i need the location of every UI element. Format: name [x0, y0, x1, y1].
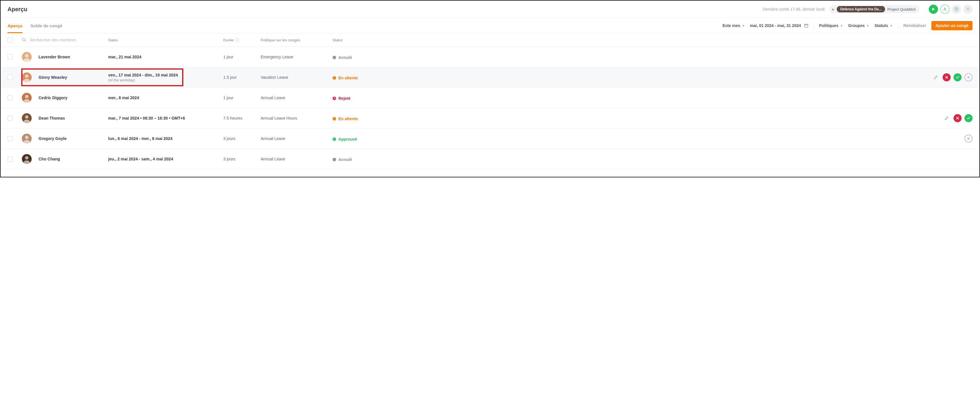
toolbar: Aperçu Solde de congé Este mes ▼ mai, 01…: [1, 18, 979, 33]
status-dot-icon: –: [332, 158, 336, 161]
avatar: [22, 154, 32, 164]
col-status: Statut: [332, 38, 390, 42]
svg-point-9: [25, 75, 29, 78]
member-name: Dean Thomas: [38, 116, 65, 121]
date-main: mar., 21 mai 2024: [108, 55, 223, 59]
status-badge: ! En attente: [332, 116, 358, 121]
status-dot-icon: !: [332, 117, 336, 121]
separator: [898, 22, 898, 29]
member-name: Cedric Diggory: [38, 95, 67, 100]
statuses-dropdown[interactable]: Statuts▼: [874, 23, 892, 28]
add-leave-button[interactable]: Ajouter un congé: [931, 21, 972, 30]
avatar: [22, 113, 32, 123]
svg-point-2: [956, 10, 957, 10]
tab-leave-balance[interactable]: Solde de congé: [30, 18, 62, 33]
period-label: Este mes: [722, 23, 740, 28]
date-sub: (of the workday): [108, 78, 223, 82]
member-name: Ginny Weasley: [38, 75, 67, 79]
approve-button[interactable]: [953, 73, 962, 81]
project-pill[interactable]: ▶ Defence Against the Da... Project Quid…: [829, 5, 920, 13]
duration: 1.5 jour: [223, 75, 237, 79]
edit-button[interactable]: [932, 73, 940, 81]
start-timer-button[interactable]: [929, 5, 938, 14]
svg-point-15: [25, 115, 29, 119]
cancel-button[interactable]: [964, 73, 972, 81]
status-badge: – Annulé: [332, 55, 352, 60]
status-label: Annulé: [338, 157, 352, 162]
policy: Annual Leave: [261, 95, 285, 100]
calendar-icon: [804, 23, 808, 28]
col-duration: Durée: [223, 38, 233, 42]
date-main: jeu., 2 mai 2024 - sam., 4 mai 2024: [108, 157, 223, 161]
separator: [814, 22, 814, 29]
table-row[interactable]: Dean Thomas mar., 7 mai 2024 • 08:30 – 1…: [1, 108, 979, 128]
table-row[interactable]: Cho Chang jeu., 2 mai 2024 - sam., 4 mai…: [1, 149, 979, 169]
period-dropdown[interactable]: Este mes ▼: [722, 23, 745, 28]
search-input[interactable]: Rechercher des membres: [30, 38, 76, 42]
policies-dropdown[interactable]: Politiques▼: [819, 23, 843, 28]
table-row[interactable]: Lavender Brown mar., 21 mai 2024 1 jour …: [1, 47, 979, 67]
row-checkbox[interactable]: [8, 54, 13, 60]
row-checkbox[interactable]: [8, 116, 13, 121]
table-body: Lavender Brown mar., 21 mai 2024 1 jour …: [1, 47, 979, 169]
svg-point-4: [22, 38, 25, 41]
policy: Vacation Leave: [261, 75, 288, 79]
row-checkbox[interactable]: [8, 75, 13, 80]
groups-dropdown[interactable]: Groupes▼: [848, 23, 869, 28]
approve-button[interactable]: [964, 114, 972, 122]
tab-overview[interactable]: Aperçu: [8, 18, 22, 33]
avatar: [22, 134, 32, 143]
caret-down-icon: ▼: [840, 24, 843, 27]
search-icon[interactable]: [22, 38, 27, 42]
policy: Annual Leave Hours: [261, 116, 297, 121]
table-header: Rechercher des membres Dates Durée i Pol…: [1, 33, 979, 47]
info-icon[interactable]: i: [235, 38, 239, 42]
status-dot-icon: –: [332, 56, 336, 59]
page-title: Aperçu: [8, 6, 27, 13]
date-main: lun., 6 mai 2024 - mer., 8 mai 2024: [108, 136, 223, 141]
duration: 1 jour: [223, 95, 233, 100]
select-all-checkbox[interactable]: [8, 37, 13, 43]
status-badge: ✓ Approuvé: [332, 137, 357, 141]
caret-down-icon: ▼: [866, 24, 869, 27]
table-row[interactable]: Ginny Weasley ven., 17 mai 2024 - dim., …: [1, 67, 979, 88]
col-policy: Politique sur les congés: [261, 38, 332, 42]
duration: 1 jour: [223, 55, 233, 59]
user-circle-button[interactable]: [940, 5, 950, 14]
row-checkbox[interactable]: [8, 156, 13, 162]
settings-button[interactable]: [963, 5, 972, 14]
policy: Annual Leave: [261, 157, 285, 161]
cancel-button[interactable]: [964, 135, 972, 143]
row-checkbox[interactable]: [8, 136, 13, 141]
date-main: mar., 7 mai 2024 • 08:30 – 16:30 • GMT+6: [108, 116, 223, 121]
edit-button[interactable]: [943, 114, 951, 122]
svg-point-21: [25, 156, 29, 160]
reject-button[interactable]: [943, 73, 951, 81]
status-dot-icon: ✕: [332, 97, 336, 100]
table-row[interactable]: Cedric Diggory mer., 8 mai 2024 1 jour A…: [1, 88, 979, 108]
help-button[interactable]: [952, 5, 961, 14]
table-row[interactable]: Gregory Goyle lun., 6 mai 2024 - mer., 8…: [1, 128, 979, 149]
app-header: Aperçu Dernière sortie 17:46, dernier lu…: [1, 1, 979, 18]
status-badge: – Annulé: [332, 157, 352, 162]
member-name: Gregory Goyle: [38, 136, 67, 141]
status-label: En attente: [338, 116, 358, 121]
date-range-text: mai, 01 2024 - mai, 31 2024: [750, 23, 801, 28]
status-badge: ✕ Rejeté: [332, 96, 350, 101]
svg-point-18: [25, 136, 29, 139]
reject-button[interactable]: [953, 114, 962, 122]
svg-rect-3: [805, 24, 808, 27]
svg-point-0: [944, 8, 946, 9]
status-label: Approuvé: [338, 137, 357, 141]
svg-point-6: [25, 54, 29, 57]
duration: 3 jours: [223, 136, 235, 141]
status-dot-icon: !: [332, 76, 336, 79]
row-checkbox[interactable]: [8, 95, 13, 100]
member-name: Cho Chang: [38, 157, 60, 161]
duration: 3 jours: [223, 157, 235, 161]
status-label: Annulé: [338, 55, 352, 60]
policy: Emergency Leave: [261, 55, 293, 59]
date-range-picker[interactable]: mai, 01 2024 - mai, 31 2024: [750, 23, 808, 28]
caret-down-icon: ▼: [742, 24, 745, 27]
reset-filters[interactable]: Réinitialiser: [904, 23, 926, 28]
